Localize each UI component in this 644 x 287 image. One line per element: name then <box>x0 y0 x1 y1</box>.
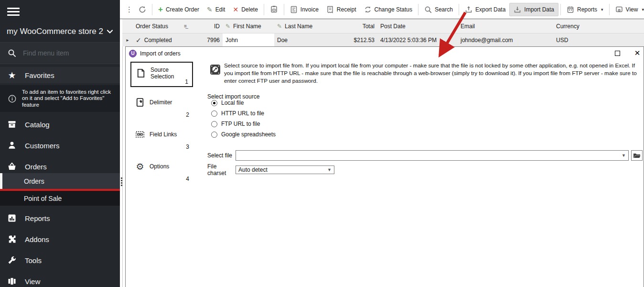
store-selector[interactable]: my WooCommerce store 2 <box>0 23 120 40</box>
toolbar-separator <box>609 4 610 15</box>
step-field-links[interactable]: Field Links 3 <box>130 126 193 151</box>
column-header-first-name[interactable]: ✎ First Name <box>223 19 274 33</box>
toolbar-overflow-icon[interactable]: ⋮ <box>124 5 135 14</box>
info-icon <box>7 93 17 104</box>
button-label: Change Status <box>375 6 412 13</box>
toolbar-separator <box>264 4 264 15</box>
toolbar-separator <box>459 4 459 15</box>
row-expander-icon[interactable]: ▸ <box>122 33 133 46</box>
sidebar-item-reports[interactable]: Reports <box>0 208 120 229</box>
sidebar-subitem-label: Point of Sale <box>24 195 62 202</box>
invoice-button[interactable]: Invoice <box>286 3 322 16</box>
file-charset-select[interactable]: Auto detect ▼ <box>236 166 334 174</box>
grid-header-row: Order Status ≡̲ ID ✎ First Name ✎ Last N… <box>122 19 644 33</box>
sidebar-item-label: Addons <box>25 235 49 243</box>
sidebar-item-view[interactable]: View <box>0 271 120 287</box>
delete-button[interactable]: ✕ Delete <box>229 4 261 15</box>
orders-icon <box>7 161 17 172</box>
column-header-post-date[interactable]: Post Date <box>377 19 458 33</box>
select-file-combobox[interactable]: ▼ <box>236 150 629 161</box>
panel-divider <box>122 46 123 287</box>
dropdown-caret-icon[interactable]: ▼ <box>622 153 626 158</box>
dropdown-caret-icon[interactable]: ▼ <box>327 167 332 172</box>
columns-icon <box>7 276 17 287</box>
dialog-titlebar[interactable]: U Import of orders <box>126 47 644 60</box>
orders-toolbar: ⋮ + Create Order ✎ Edit ✕ Delete <box>120 0 644 19</box>
browse-file-button[interactable] <box>631 150 643 161</box>
calendar-icon <box>567 6 574 13</box>
preview-order-button[interactable] <box>266 3 282 16</box>
cell-email: johndoe@gmail.com <box>458 33 553 46</box>
column-header-order-status[interactable]: Order Status ≡̲ <box>133 19 189 33</box>
menu-search-input[interactable] <box>23 49 104 57</box>
app-window: my WooCommerce store 2 ★ Favorites To ad… <box>0 0 644 287</box>
woocommerce-logo-icon: U <box>129 50 137 57</box>
import-data-button[interactable]: Import Data <box>509 3 558 16</box>
edit-button[interactable]: ✎ Edit <box>203 3 229 16</box>
export-data-button[interactable]: Export Data <box>461 3 509 16</box>
radio-ftp-url[interactable]: FTP URL to file <box>211 121 276 127</box>
radio-label: Local file <box>221 99 244 106</box>
sidebar-item-tools[interactable]: Tools <box>0 250 120 271</box>
checkmark-icon: ✓ <box>136 36 141 44</box>
sidebar-subitem-orders[interactable]: Orders <box>0 173 120 189</box>
sort-icon: ≡̲ <box>184 23 186 29</box>
button-label: Import Data <box>524 6 554 13</box>
refresh-button[interactable] <box>135 3 150 16</box>
step-number: 2 <box>186 111 189 118</box>
step-label: Field Links <box>150 131 177 138</box>
main-area: ⋮ + Create Order ✎ Edit ✕ Delete <box>120 0 644 287</box>
hamburger-menu-button[interactable] <box>0 5 120 18</box>
close-button[interactable]: ✕ <box>633 49 642 57</box>
sidebar-item-label: Orders <box>25 163 47 171</box>
sidebar-item-label: Catalog <box>25 121 50 129</box>
radio-http-url[interactable]: HTTP URL to file <box>211 110 276 117</box>
button-label: Export Data <box>475 6 505 13</box>
step-source-selection[interactable]: Source Selection 1 <box>130 62 193 87</box>
file-charset-label: File charset <box>207 163 236 177</box>
radio-google-spreadsheets[interactable]: Google spreadsheets <box>211 131 276 138</box>
radio-local-file[interactable]: Local file <box>211 99 276 106</box>
hamburger-icon <box>7 8 20 16</box>
button-label: Reports <box>577 6 597 13</box>
receipt-button[interactable]: Receipt <box>322 3 360 16</box>
reports-dropdown-button[interactable]: Reports ▾ <box>563 3 607 16</box>
step-number: 3 <box>186 144 189 150</box>
splitter-grip[interactable] <box>120 177 123 186</box>
maximize-button[interactable] <box>613 49 622 57</box>
column-header-total[interactable]: Total <box>348 19 377 33</box>
cell-last-name: Doe <box>274 33 348 46</box>
favorites-hint: To add an item to favorites right click … <box>0 85 120 112</box>
order-row[interactable]: ▸ ✓ Completed 7996 John Doe $212.53 4/13… <box>122 33 644 46</box>
radio-label: FTP URL to file <box>221 121 260 127</box>
column-header-email[interactable]: Email <box>458 19 553 33</box>
radio-label: HTTP URL to file <box>221 110 264 117</box>
cell-first-name[interactable]: John <box>223 33 274 46</box>
radio-icon <box>211 132 217 138</box>
column-header-currency[interactable]: Currency <box>553 19 644 33</box>
document-icon <box>136 68 146 78</box>
sidebar-subitem-point-of-sale[interactable]: Point of Sale <box>0 191 120 206</box>
maximize-icon <box>615 51 620 56</box>
favorites-label: Favorites <box>25 71 54 79</box>
sidebar-item-customers[interactable]: Customers <box>0 135 120 156</box>
radio-label: Google spreadsheets <box>221 131 276 138</box>
create-order-button[interactable]: + Create Order <box>154 3 203 16</box>
step-options[interactable]: ⚙ Options 4 <box>130 158 193 183</box>
column-header-last-name[interactable]: ✎ Last Name <box>274 19 348 33</box>
select-import-source-label: Select import source <box>207 93 259 100</box>
search-button[interactable]: Search <box>420 3 457 16</box>
gear-icon: ⚙ <box>135 162 145 171</box>
step-delimiter[interactable]: Delimiter 2 <box>130 94 193 119</box>
column-header-id[interactable]: ID <box>189 19 223 33</box>
button-label: Create Order <box>166 6 199 13</box>
file-charset-row: File charset Auto detect ▼ <box>207 163 334 177</box>
change-status-button[interactable]: Change Status <box>360 3 416 16</box>
sidebar-item-favorites[interactable]: ★ Favorites <box>0 67 120 83</box>
sidebar-item-catalog[interactable]: Catalog <box>0 114 120 135</box>
menu-search <box>0 42 120 64</box>
sidebar-item-addons[interactable]: Addons <box>0 229 120 250</box>
select-file-input[interactable] <box>238 152 620 159</box>
select-file-row: Select file ▼ <box>207 150 643 161</box>
view-dropdown-button[interactable]: View ▾ <box>612 3 644 16</box>
